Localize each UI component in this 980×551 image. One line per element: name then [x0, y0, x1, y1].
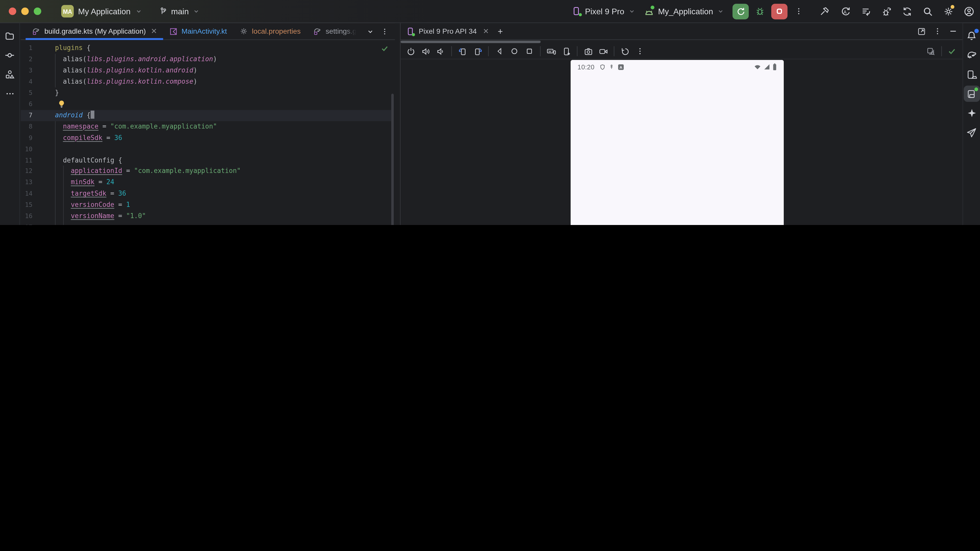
svg-text:A: A	[620, 65, 622, 69]
close-tab-icon[interactable]: ✕	[483, 27, 489, 35]
debug-button[interactable]	[752, 4, 768, 19]
line-number[interactable]: 1	[21, 43, 33, 54]
line-number[interactable]: 14	[21, 188, 33, 200]
tab-build-gradle[interactable]: build.gradle.kts (My Application) ✕	[25, 23, 163, 40]
line-number[interactable]: 10	[21, 143, 33, 155]
volume-down-icon	[438, 48, 441, 54]
tab-local-properties[interactable]: local.properties	[233, 23, 307, 40]
line-number[interactable]: 9	[21, 132, 33, 143]
settings-button[interactable]	[941, 4, 956, 19]
vim-block-cursor	[91, 110, 95, 119]
structure-tool-button[interactable]	[2, 66, 18, 83]
line-number[interactable]: 15	[21, 200, 33, 211]
line-number[interactable]: 7	[21, 110, 33, 121]
show-hidden-tabs-icon[interactable]	[366, 27, 375, 35]
line-number[interactable]: 6	[21, 98, 33, 110]
tab-settings-gradle[interactable]: settings.g	[307, 23, 363, 40]
notifications-button[interactable]	[963, 27, 980, 44]
tab-options-icon[interactable]	[381, 27, 389, 35]
code-editor[interactable]: 1plugins {2 alias(libs.plugins.android.a…	[21, 41, 395, 225]
running-devices-button[interactable]	[963, 86, 980, 102]
minimize-window-button[interactable]	[21, 7, 29, 15]
android-home-button[interactable]	[508, 45, 520, 57]
rotate-right-button[interactable]	[471, 45, 484, 57]
tab-mainactivity[interactable]: MainActivity.kt	[163, 23, 233, 40]
more-run-actions-button[interactable]	[791, 4, 806, 19]
run-configuration-selector[interactable]: My_Application	[644, 6, 724, 16]
snapshot-restore-button[interactable]	[619, 45, 631, 57]
code-line: 8 namespace = "com.example.myapplication…	[21, 121, 395, 132]
code-line: 9 compileSdk = 36	[21, 132, 395, 143]
emulator-device-tab[interactable]: Pixel 9 Pro API 34 ✕	[406, 27, 489, 36]
project-widget[interactable]: MA My Application	[61, 5, 142, 17]
sync-project-icon	[902, 6, 912, 17]
chevron-down-icon	[192, 7, 200, 15]
power-button[interactable]	[404, 45, 417, 57]
maximize-window-button[interactable]	[34, 7, 41, 15]
close-window-button[interactable]	[9, 7, 16, 15]
add-device-tab-button[interactable]: +	[498, 26, 503, 36]
account-button[interactable]	[961, 4, 977, 19]
volume-up-button[interactable]	[419, 45, 432, 57]
hide-panel-icon[interactable]	[949, 27, 958, 35]
gradle-tool-button[interactable]	[963, 47, 980, 63]
panel-options-icon[interactable]	[933, 27, 942, 35]
volume-down-button[interactable]	[434, 45, 447, 57]
code-line: 5}	[21, 87, 395, 98]
attach-debugger-button[interactable]	[879, 4, 894, 19]
device-selector[interactable]: Pixel 9 Pro	[571, 6, 635, 16]
device-settings-button[interactable]	[560, 45, 573, 57]
screenshot-button[interactable]	[582, 45, 594, 57]
rerun-button[interactable]	[732, 3, 749, 19]
line-number[interactable]: 11	[21, 155, 33, 166]
more-tool-windows-button[interactable]	[2, 86, 18, 102]
app-quality-insights-button[interactable]	[963, 124, 980, 141]
running-devices-panel: Pixel 9 Pro API 34 ✕ +	[401, 23, 963, 225]
line-number[interactable]: 5	[21, 87, 33, 98]
device-manager-button[interactable]	[963, 66, 980, 83]
gradle-file-icon	[313, 27, 322, 35]
line-number[interactable]: 17	[21, 222, 33, 225]
gemini-assistant-button[interactable]	[963, 105, 980, 121]
android-overview-button[interactable]	[523, 45, 536, 57]
camera-icon	[585, 49, 591, 54]
gradle-file-icon	[32, 27, 41, 35]
volume-up-icon	[422, 48, 426, 54]
emulator-tab-scrollbar[interactable]	[401, 41, 541, 43]
line-number[interactable]: 4	[21, 76, 33, 87]
line-number[interactable]: 8	[21, 121, 33, 132]
rotate-left-button[interactable]	[456, 45, 469, 57]
screen-record-button[interactable]	[597, 45, 609, 57]
code-line: 14 targetSdk = 36	[21, 188, 395, 200]
rerun-icon	[736, 6, 746, 16]
hardware-input-button[interactable]	[545, 45, 558, 57]
vcs-branch-widget[interactable]: main	[159, 6, 200, 16]
commit-tool-button[interactable]	[2, 47, 18, 63]
stop-button[interactable]	[771, 3, 788, 19]
open-in-window-icon[interactable]	[917, 27, 926, 36]
editor-panel-splitter[interactable]	[395, 23, 401, 225]
line-number[interactable]: 12	[21, 166, 33, 177]
emulator-screen[interactable]: 10:20 A Hello Android!	[571, 60, 784, 225]
project-name: My Application	[78, 6, 130, 16]
line-number[interactable]: 3	[21, 65, 33, 76]
android-studio-window: MA My Application main Pixel 9 Pro	[0, 0, 980, 225]
code-text: versionCode = 1	[55, 200, 130, 211]
line-number[interactable]: 2	[21, 54, 33, 65]
emulator-more-button[interactable]	[634, 45, 646, 57]
android-back-button[interactable]	[493, 45, 506, 57]
line-number[interactable]: 13	[21, 177, 33, 188]
update-notification-dot	[951, 5, 955, 9]
project-tool-button[interactable]	[2, 27, 18, 44]
build-button[interactable]	[817, 4, 832, 19]
search-everywhere-button[interactable]	[920, 4, 935, 19]
ui-check-icon[interactable]	[926, 46, 935, 56]
apply-code-changes-button[interactable]	[858, 4, 873, 19]
chevron-down-icon	[717, 7, 724, 15]
gradle-sync-button[interactable]	[899, 4, 915, 19]
apply-changes-button[interactable]: A	[838, 4, 853, 19]
intention-lightbulb-icon[interactable]	[58, 100, 65, 108]
line-number[interactable]: 16	[21, 211, 33, 222]
adb-shield-icon	[600, 64, 606, 70]
close-tab-icon[interactable]: ✕	[151, 27, 157, 35]
